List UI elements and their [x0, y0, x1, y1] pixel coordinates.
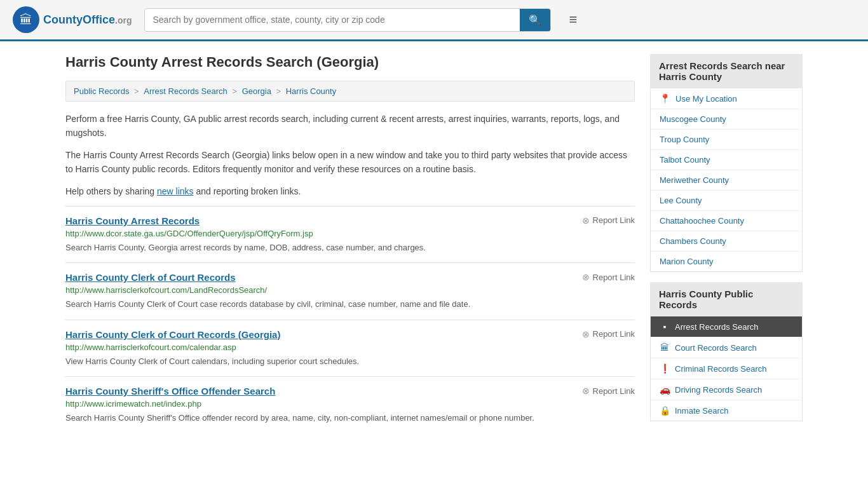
report-icon-0: ⊗ — [582, 215, 590, 226]
report-link-btn-2[interactable]: ⊗ Report Link — [582, 329, 635, 339]
talbot-county-link[interactable]: Talbot County — [651, 150, 802, 170]
breadcrumb-harris-county[interactable]: Harris County — [286, 86, 336, 96]
arrest-records-link[interactable]: ▪ Arrest Records Search — [651, 316, 802, 337]
court-records-link[interactable]: 🏛 Court Records Search — [651, 337, 802, 358]
location-icon: 📍 — [660, 93, 670, 104]
sidebar: Arrest Records Search near Harris County… — [650, 54, 803, 433]
record-url-1[interactable]: http://www.harrisclerkofcourt.com/LandRe… — [65, 285, 635, 295]
list-item-use-my-location: 📍 Use My Location — [651, 88, 802, 109]
logo-text: CountyOffice.org — [43, 13, 132, 27]
content-area: Harris County Arrest Records Search (Geo… — [65, 54, 635, 433]
chambers-county-link[interactable]: Chambers County — [651, 231, 802, 251]
breadcrumb-arrest-records[interactable]: Arrest Records Search — [144, 86, 227, 96]
record-card-3: Harris County Sheriff's Office Offender … — [65, 376, 635, 433]
list-item-chambers: Chambers County — [651, 231, 802, 252]
nearby-section-title: Arrest Records Search near Harris County — [650, 54, 803, 88]
list-item-chattahoochee: Chattahoochee County — [651, 211, 802, 231]
list-item-muscogee: Muscogee County — [651, 109, 802, 130]
record-desc-3: Search Harris County Sheriff's Office of… — [65, 412, 635, 424]
record-title-2[interactable]: Harris County Clerk of Court Records (Ge… — [65, 329, 280, 340]
meriwether-county-link[interactable]: Meriwether County — [651, 170, 802, 190]
header: 🏛 CountyOffice.org 🔍 ≡ — [0, 0, 868, 41]
report-link-btn-3[interactable]: ⊗ Report Link — [582, 386, 635, 396]
logo-link[interactable]: 🏛 CountyOffice.org — [13, 6, 132, 33]
list-item-marion: Marion County — [651, 252, 802, 271]
marion-county-link[interactable]: Marion County — [651, 252, 802, 271]
inmate-icon: 🔒 — [660, 405, 670, 416]
report-link-btn-0[interactable]: ⊗ Report Link — [582, 215, 635, 226]
record-card-0: Harris County Arrest Records ⊗ Report Li… — [65, 206, 635, 263]
criminal-records-link[interactable]: ❗ Criminal Records Search — [651, 358, 802, 379]
list-item-talbot: Talbot County — [651, 150, 802, 170]
record-url-3[interactable]: http://www.icrimewatch.net/index.php — [65, 399, 635, 409]
list-item-meriwether: Meriwether County — [651, 170, 802, 191]
court-icon: 🏛 — [660, 342, 670, 353]
main-container: Harris County Arrest Records Search (Geo… — [53, 41, 815, 446]
breadcrumb-public-records[interactable]: Public Records — [74, 86, 129, 96]
chattahoochee-county-link[interactable]: Chattahoochee County — [651, 211, 802, 231]
record-title-1[interactable]: Harris County Clerk of Court Records — [65, 272, 236, 283]
record-url-0[interactable]: http://www.dcor.state.ga.us/GDC/Offender… — [65, 229, 635, 238]
public-records-list: ▪ Arrest Records Search 🏛 Court Records … — [650, 316, 803, 421]
list-item-driving-records: 🚗 Driving Records Search — [651, 379, 802, 400]
list-item-arrest-records: ▪ Arrest Records Search — [651, 316, 802, 337]
report-icon-2: ⊗ — [582, 329, 590, 339]
lee-county-link[interactable]: Lee County — [651, 191, 802, 210]
list-item-court-records: 🏛 Court Records Search — [651, 337, 802, 358]
description-3: Help others by sharing new links and rep… — [65, 184, 635, 198]
breadcrumb: Public Records > Arrest Records Search >… — [65, 81, 635, 102]
record-title-0[interactable]: Harris County Arrest Records — [65, 215, 200, 226]
search-bar: 🔍 — [144, 8, 551, 32]
list-item-criminal-records: ❗ Criminal Records Search — [651, 358, 802, 379]
list-item-troup: Troup County — [651, 130, 802, 150]
record-card-1: Harris County Clerk of Court Records ⊗ R… — [65, 262, 635, 320]
search-input[interactable] — [145, 10, 520, 30]
report-icon-3: ⊗ — [582, 386, 590, 396]
use-my-location-link[interactable]: 📍 Use My Location — [651, 88, 802, 109]
record-desc-1: Search Harris County Clerk of Court case… — [65, 298, 635, 311]
logo-icon: 🏛 — [13, 6, 39, 33]
breadcrumb-georgia[interactable]: Georgia — [242, 86, 271, 96]
muscogee-county-link[interactable]: Muscogee County — [651, 109, 802, 129]
record-title-3[interactable]: Harris County Sheriff's Office Offender … — [65, 386, 275, 396]
page-title: Harris County Arrest Records Search (Geo… — [65, 54, 635, 71]
report-icon-1: ⊗ — [582, 272, 590, 282]
report-link-btn-1[interactable]: ⊗ Report Link — [582, 272, 635, 282]
new-links-link[interactable]: new links — [157, 186, 194, 196]
description-1: Perform a free Harris County, GA public … — [65, 112, 635, 140]
search-button[interactable]: 🔍 — [520, 9, 550, 31]
arrest-icon: ▪ — [660, 322, 670, 332]
nearby-list: 📍 Use My Location Muscogee County Troup … — [650, 88, 803, 272]
record-desc-0: Search Harris County, Georgia arrest rec… — [65, 241, 635, 254]
public-records-section-title: Harris County Public Records — [650, 282, 803, 316]
list-item-lee: Lee County — [651, 191, 802, 211]
driving-icon: 🚗 — [660, 384, 670, 395]
list-item-inmate-search: 🔒 Inmate Search — [651, 400, 802, 421]
record-desc-2: View Harris County Clerk of Court calend… — [65, 355, 635, 368]
criminal-icon: ❗ — [660, 363, 670, 374]
description-2: The Harris County Arrest Records Search … — [65, 148, 635, 177]
troup-county-link[interactable]: Troup County — [651, 130, 802, 149]
record-card-2: Harris County Clerk of Court Records (Ge… — [65, 320, 635, 377]
driving-records-link[interactable]: 🚗 Driving Records Search — [651, 379, 802, 400]
menu-button[interactable]: ≡ — [564, 9, 582, 30]
inmate-search-link[interactable]: 🔒 Inmate Search — [651, 400, 802, 421]
record-url-2[interactable]: http://www.harrisclerkofcourt.com/calend… — [65, 342, 635, 352]
